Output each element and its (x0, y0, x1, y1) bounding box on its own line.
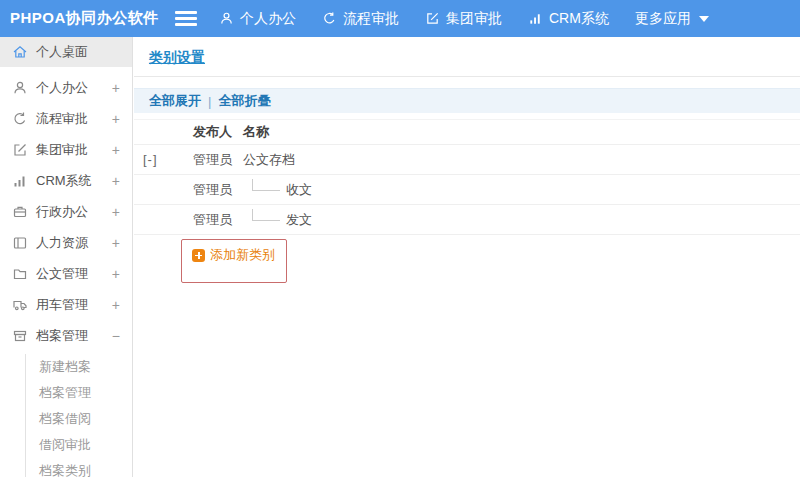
sidebar-subitem-archive-borrow[interactable]: 档案借阅 (26, 406, 132, 432)
home-icon (12, 44, 28, 60)
expand-plus[interactable]: + (112, 297, 120, 313)
expand-plus[interactable]: + (112, 266, 120, 282)
folder-icon (12, 266, 28, 282)
nav-personal-office[interactable]: 个人办公 (219, 10, 296, 28)
sidebar-item-label: 行政办公 (36, 203, 112, 221)
sidebar-item-group-approval[interactable]: 集团审批 + (0, 135, 132, 165)
sidebar-subnav-archive: 新建档案 档案管理 档案借阅 借阅审批 档案类别 (25, 354, 132, 477)
sidebar-item-label: 公文管理 (36, 265, 112, 283)
table-row: [-] 管理员 公文存档 (134, 145, 800, 175)
toolbar-separator: | (208, 94, 211, 109)
add-category-label: 添加新类别 (210, 246, 275, 264)
sidebar-item-label: 用车管理 (36, 296, 112, 314)
tree-branch-line (252, 179, 280, 191)
sidebar-item-label: CRM系统 (36, 172, 112, 190)
person-icon (12, 80, 28, 96)
highlight-annotation-box: 添加新类别 (181, 239, 287, 283)
sidebar-item-hr[interactable]: 人力资源 + (0, 228, 132, 258)
topbar: PHPOA协同办公软件 个人办公 流程审批 (0, 0, 800, 37)
sidebar-item-crm[interactable]: CRM系统 + (0, 166, 132, 196)
title-divider (134, 76, 800, 77)
cell-publisher: 管理员 (193, 151, 243, 169)
add-category-button[interactable]: 添加新类别 (192, 246, 286, 264)
expand-plus[interactable]: + (112, 204, 120, 220)
sidebar-subitem-new-archive[interactable]: 新建档案 (26, 354, 132, 380)
chart-icon (12, 173, 28, 189)
cell-category-name[interactable]: 发文 (286, 211, 312, 229)
collapse-toggle[interactable]: [-] (143, 152, 158, 167)
top-navigation: 个人办公 流程审批 集团审批 CRM系统 (219, 10, 709, 28)
expand-plus[interactable]: + (112, 80, 120, 96)
sidebar-item-label: 人力资源 (36, 234, 112, 252)
menu-icon[interactable] (175, 11, 197, 26)
sidebar-item-archive-mgmt[interactable]: 档案管理 − (0, 321, 132, 351)
nav-more-apps[interactable]: 更多应用 (635, 10, 709, 28)
plus-icon (192, 249, 205, 262)
collapse-all-link[interactable]: 全部折叠 (218, 92, 270, 110)
sidebar-item-vehicle-mgmt[interactable]: 用车管理 + (0, 290, 132, 320)
sidebar: 个人桌面 个人办公 + 流程审批 + 集团审批 + (0, 37, 133, 477)
sidebar-item-label: 个人办公 (36, 79, 112, 97)
nav-label: 个人办公 (240, 10, 296, 28)
sidebar-item-admin-office[interactable]: 行政办公 + (0, 197, 132, 227)
tree-branch-line (252, 209, 280, 221)
sidebar-item-label: 档案管理 (36, 327, 112, 345)
process-icon (12, 111, 28, 127)
archive-icon (12, 328, 28, 344)
sidebar-item-personal-desktop[interactable]: 个人桌面 (0, 37, 132, 67)
nav-label: 集团审批 (446, 10, 502, 28)
expand-minus[interactable]: − (112, 328, 120, 344)
expand-all-link[interactable]: 全部展开 (149, 92, 201, 110)
app-logo: PHPOA协同办公软件 (0, 9, 175, 28)
category-table: 发布人 名称 [-] 管理员 公文存档 管理员 收文 管理员 发文 (134, 119, 800, 235)
sidebar-item-label: 流程审批 (36, 110, 112, 128)
truck-icon (12, 297, 28, 313)
person-icon (219, 11, 234, 26)
table-row: 管理员 发文 (134, 205, 800, 235)
book-icon (12, 235, 28, 251)
header-name: 名称 (243, 123, 800, 141)
cell-publisher: 管理员 (193, 181, 243, 199)
caret-down-icon (699, 16, 709, 22)
sidebar-subitem-borrow-approval[interactable]: 借阅审批 (26, 432, 132, 458)
nav-label: 更多应用 (635, 10, 691, 28)
page-title: 类别设置 (149, 49, 205, 67)
nav-label: 流程审批 (343, 10, 399, 28)
expand-plus[interactable]: + (112, 235, 120, 251)
nav-group-approval[interactable]: 集团审批 (425, 10, 502, 28)
nav-process-approval[interactable]: 流程审批 (322, 10, 399, 28)
sidebar-item-process-approval[interactable]: 流程审批 + (0, 104, 132, 134)
header-publisher: 发布人 (193, 123, 243, 141)
cell-category-name[interactable]: 公文存档 (243, 151, 295, 169)
sidebar-item-personal-office[interactable]: 个人办公 + (0, 73, 132, 103)
cell-category-name[interactable]: 收文 (286, 181, 312, 199)
expand-plus[interactable]: + (112, 111, 120, 127)
nav-crm-system[interactable]: CRM系统 (528, 10, 609, 28)
sidebar-subitem-archive-mgmt[interactable]: 档案管理 (26, 380, 132, 406)
table-header-row: 发布人 名称 (134, 119, 800, 145)
sidebar-item-document-mgmt[interactable]: 公文管理 + (0, 259, 132, 289)
main-content: 类别设置 全部展开 | 全部折叠 发布人 名称 [-] 管理员 公文存档 管理员… (134, 37, 800, 477)
edit-icon (425, 11, 440, 26)
process-icon (322, 11, 337, 26)
briefcase-icon (12, 204, 28, 220)
nav-label: CRM系统 (549, 10, 609, 28)
expand-plus[interactable]: + (112, 142, 120, 158)
sidebar-item-label: 集团审批 (36, 141, 112, 159)
tree-toolbar: 全部展开 | 全部折叠 (134, 88, 800, 113)
sidebar-subitem-archive-category[interactable]: 档案类别 (26, 458, 132, 477)
expand-plus[interactable]: + (112, 173, 120, 189)
sidebar-item-label: 个人桌面 (36, 43, 120, 61)
chart-icon (528, 11, 543, 26)
edit-icon (12, 142, 28, 158)
cell-publisher: 管理员 (193, 211, 243, 229)
table-row: 管理员 收文 (134, 175, 800, 205)
